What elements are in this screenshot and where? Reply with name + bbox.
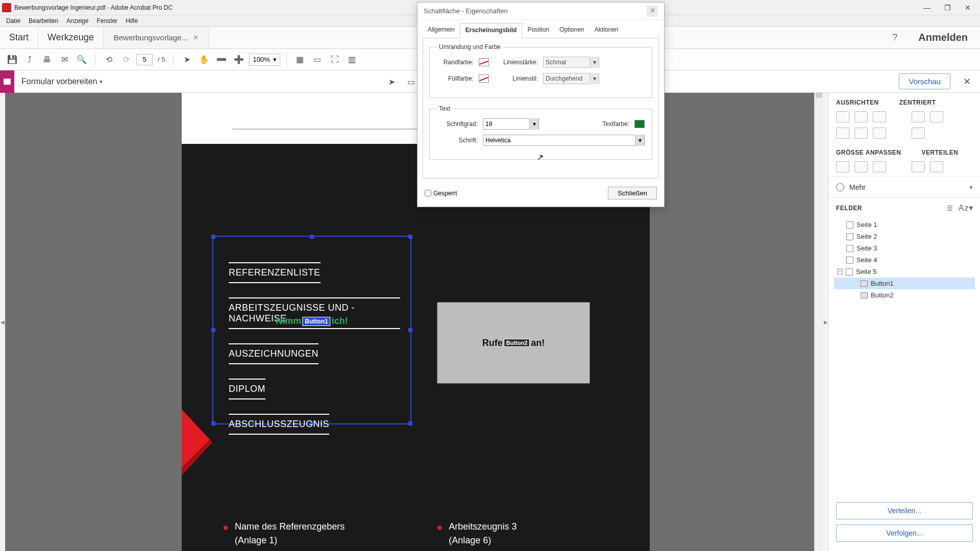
right-panel-collapse-handle[interactable]: ▶	[823, 93, 828, 551]
zoom-out-icon[interactable]: ➖	[214, 53, 229, 67]
border-legend: Umrandung und Farbe	[437, 43, 503, 51]
document-canvas[interactable]: ✧ REFERENZENLISTE ARBEITSZEUGNISSE UND -…	[5, 93, 814, 551]
more-options[interactable]: Mehr ▾	[829, 177, 980, 198]
menu-anzeige[interactable]: Anzeige	[62, 17, 92, 24]
resize-handle[interactable]	[211, 328, 215, 332]
tree-page-node[interactable]: Seite 1	[834, 219, 975, 231]
export-icon[interactable]: ⤴	[22, 53, 37, 67]
zoom-select[interactable]: 100%▾	[249, 54, 280, 66]
selection-tool-icon[interactable]: ➤	[180, 53, 194, 67]
match-both-icon[interactable]	[873, 161, 886, 172]
sort-alpha-icon[interactable]: Aᴢ▾	[959, 203, 973, 213]
hand-tool-icon[interactable]: ✋	[197, 53, 211, 67]
align-center-h-icon[interactable]	[854, 111, 868, 122]
text-field-tool-icon[interactable]: ▭	[405, 76, 416, 87]
center-v-icon[interactable]	[930, 111, 943, 122]
form-field-button2[interactable]: Rufe Button2 an!	[437, 302, 590, 384]
align-bottom-icon[interactable]	[873, 128, 886, 139]
nav-start[interactable]: Start	[0, 27, 38, 48]
locked-checkbox[interactable]: Gesperrt	[425, 190, 457, 197]
line-style-select[interactable]: Durchgehend▾	[543, 73, 599, 84]
text-color-swatch[interactable]	[634, 120, 645, 128]
preview-button[interactable]: Vorschau	[899, 73, 950, 89]
resize-handle[interactable]	[408, 421, 412, 425]
resize-handle[interactable]	[408, 235, 412, 239]
fit-page-icon[interactable]: ▭	[310, 53, 325, 67]
list-item: DIPLOM	[229, 379, 265, 399]
center-h-icon[interactable]	[912, 111, 925, 122]
next-page-icon[interactable]: ⟳	[119, 53, 133, 67]
prev-page-icon[interactable]: ⟲	[102, 53, 116, 67]
border-color-swatch[interactable]	[479, 58, 489, 66]
sign-in-button[interactable]: Anmelden	[906, 27, 980, 48]
page-icon	[846, 221, 853, 229]
search-icon[interactable]: 🔍	[75, 53, 89, 67]
form-field-button1[interactable]: REFERENZENLISTE ARBEITSZEUGNISSE UND -NA…	[212, 236, 411, 424]
read-mode-icon[interactable]: ⛶	[328, 53, 342, 67]
tree-field-node[interactable]: Button2	[834, 289, 975, 301]
select-tool-icon[interactable]: ➤	[386, 76, 397, 87]
tree-page-node[interactable]: Seite 3	[834, 242, 975, 254]
button-field-icon	[861, 292, 868, 298]
align-left-icon[interactable]	[836, 111, 849, 122]
vertical-scrollbar[interactable]	[814, 93, 823, 551]
right-panel: AUSRICHTEN ZENTRIERT GRÖSSE ANPASSEN	[828, 93, 980, 551]
more-label: Mehr	[849, 183, 866, 191]
tree-page-node[interactable]: Seite 4	[834, 254, 975, 266]
line-width-select[interactable]: Schmal▾	[543, 57, 599, 68]
document-tab[interactable]: Bewerbungsvorlage... ✕	[104, 27, 209, 48]
tab-erscheinungsbild[interactable]: Erscheinungsbild	[460, 23, 523, 38]
left-nav-collapse-handle[interactable]: ◀	[0, 93, 5, 551]
form-prepare-dropdown-icon[interactable]: ▾	[100, 78, 103, 85]
distribute-h-icon[interactable]	[912, 161, 925, 172]
print-icon[interactable]: 🖶	[40, 53, 54, 67]
window-maximize[interactable]: ❐	[937, 1, 958, 15]
menu-hilfe[interactable]: Hilfe	[121, 17, 142, 24]
sort-icon[interactable]: ≣	[946, 203, 953, 213]
tab-optionen[interactable]: Optionen	[554, 23, 590, 38]
match-height-icon[interactable]	[854, 161, 868, 172]
font-size-select[interactable]: 18▾	[483, 118, 539, 130]
more-tools-icon[interactable]: ▥	[345, 53, 359, 67]
form-bar-close-icon[interactable]: ✕	[959, 76, 975, 87]
document-tab-close-icon[interactable]: ✕	[193, 34, 199, 41]
collapse-icon[interactable]: −	[837, 269, 843, 274]
track-form-button[interactable]: Verfolgen...	[836, 524, 973, 542]
fit-width-icon[interactable]: ▦	[293, 53, 307, 67]
match-width-icon[interactable]	[836, 161, 849, 172]
tab-aktionen[interactable]: Aktionen	[590, 23, 624, 38]
window-close[interactable]: ✕	[958, 1, 978, 15]
fill-color-swatch[interactable]	[479, 74, 489, 83]
resize-handle[interactable]	[211, 421, 215, 425]
tab-allgemein[interactable]: Allgemein	[423, 23, 460, 38]
email-icon[interactable]: ✉	[57, 53, 71, 67]
locked-checkbox-input[interactable]	[425, 190, 431, 196]
center-both-icon[interactable]	[912, 128, 925, 139]
help-icon[interactable]: ?	[884, 27, 906, 48]
distribute-v-icon[interactable]	[930, 161, 943, 172]
align-right-icon[interactable]	[873, 111, 886, 122]
nav-werkzeuge[interactable]: Werkzeuge	[38, 27, 104, 48]
save-icon[interactable]: 💾	[5, 53, 19, 67]
resize-handle[interactable]	[310, 235, 314, 239]
dialog-close-icon[interactable]: ✕	[647, 6, 658, 17]
tree-page-node[interactable]: Seite 2	[834, 231, 975, 242]
zoom-in-icon[interactable]: ➕	[232, 53, 246, 67]
page-number-input[interactable]	[136, 54, 153, 65]
menu-bearbeiten[interactable]: Bearbeiten	[24, 17, 62, 24]
close-button[interactable]: Schließen	[608, 187, 657, 199]
resize-handle[interactable]	[408, 328, 412, 332]
tree-field-node[interactable]: Button1	[834, 278, 975, 289]
menu-datei[interactable]: Datei	[2, 17, 24, 24]
tab-position[interactable]: Position	[522, 23, 554, 38]
menu-fenster[interactable]: Fenster	[92, 17, 121, 24]
list-item: REFERENZENLISTE	[229, 262, 321, 283]
resize-handle[interactable]	[211, 235, 215, 239]
distribute-form-button[interactable]: Verteilen...	[836, 502, 973, 519]
window-minimize[interactable]: —	[917, 1, 937, 15]
dialog-titlebar[interactable]: Schaltfläche - Eigenschaften ✕	[418, 3, 664, 20]
font-select[interactable]: Helvetica▾	[483, 135, 645, 146]
tree-page-node[interactable]: −Seite 5	[834, 266, 975, 278]
align-center-v-icon[interactable]	[854, 128, 868, 139]
align-top-icon[interactable]	[836, 128, 849, 139]
